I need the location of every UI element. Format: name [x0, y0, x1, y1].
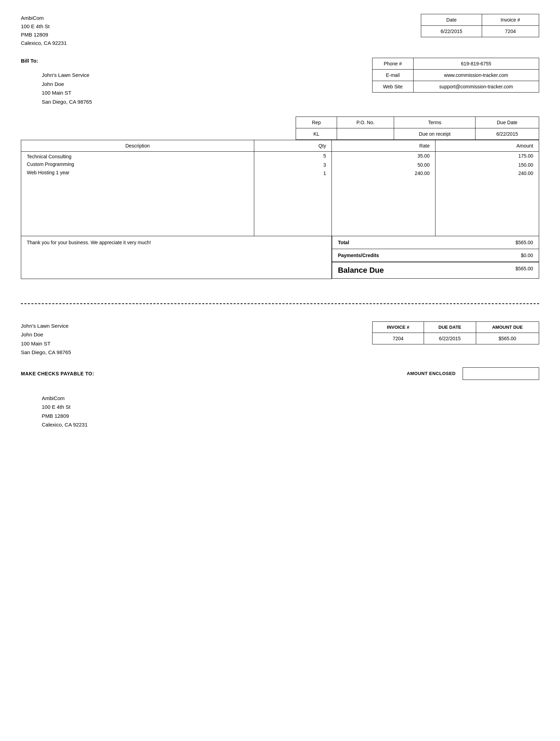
- po-header: P.O. No.: [337, 117, 394, 128]
- balance-due-row: Balance Due $565.00: [332, 262, 539, 279]
- remit-amount-due-value: $565.00: [476, 333, 539, 344]
- item-rate: 240.00: [332, 169, 435, 177]
- website-value: support@commission-tracker.com: [413, 81, 539, 93]
- item-desc: Web Hosting 1 year: [21, 169, 254, 177]
- balance-due-value: $565.00: [470, 262, 539, 279]
- phone-label: Phone #: [373, 58, 414, 70]
- remit-amount-due-header: AMOUNT DUE: [476, 321, 539, 333]
- remittance-row: John's Lawn Service John Doe 100 Main ST…: [21, 321, 539, 357]
- phone-value: 619-819-6755: [413, 58, 539, 70]
- item-rate: 50.00: [332, 161, 435, 169]
- bottom-row: Thank you for your business. We apprecia…: [21, 236, 539, 279]
- company-address3: Calexico, CA 92231: [21, 39, 67, 47]
- item-desc: Custom Programming: [21, 161, 254, 169]
- bill-to-label: Bill To:: [21, 58, 372, 64]
- remit-invoice-value: 7204: [373, 333, 424, 344]
- bill-to-address1: 100 Main ST: [42, 88, 372, 97]
- balance-due-label: Balance Due: [332, 262, 470, 279]
- invoice-page: AmbiCom 100 E 4th St PMB 12809 Calexico,…: [0, 0, 560, 741]
- remit-address1: 100 Main ST: [21, 339, 71, 348]
- rep-header: Rep: [296, 117, 337, 128]
- line-items-table: Description Qty Rate Amount Technical Co…: [21, 140, 539, 279]
- payable-to-name: AmbiCom: [42, 394, 539, 403]
- item-amount: 240.00: [435, 169, 539, 177]
- dashed-separator: [21, 303, 539, 304]
- spacer-row3: [21, 197, 539, 207]
- item-rate: 35.00: [332, 152, 435, 161]
- payable-to-address1: 100 E 4th St: [42, 403, 539, 412]
- remit-company: John's Lawn Service: [21, 321, 71, 330]
- payments-value: $0.00: [470, 249, 539, 262]
- contact-table: Phone # 619-819-6755 E-mail www.commissi…: [372, 58, 539, 93]
- remit-name: John Doe: [21, 330, 71, 339]
- make-checks-label: MAKE CHECKS PAYABLE TO:: [21, 371, 94, 376]
- total-label: Total: [332, 236, 470, 249]
- amount-header: Amount: [435, 140, 539, 152]
- totals-subtable: Total $565.00 Payments/Credits $0.00 Bal…: [332, 236, 539, 279]
- bill-to-section: Bill To: John's Lawn Service John Doe 10…: [21, 58, 539, 106]
- amount-enclosed-box[interactable]: [463, 367, 539, 380]
- line-item-row: Custom Programming350.00150.00: [21, 161, 539, 169]
- item-amount: 175.00: [435, 152, 539, 161]
- date-value: 6/22/2015: [421, 26, 482, 37]
- terms-header: Terms: [394, 117, 475, 128]
- remit-address2: San Diego, CA 98765: [21, 348, 71, 357]
- payments-label: Payments/Credits: [332, 249, 470, 262]
- invoice-num-value: 7204: [482, 26, 539, 37]
- rate-header: Rate: [332, 140, 435, 152]
- email-value: www.commission-tracker.com: [413, 70, 539, 81]
- payable-to-address3: Calexico, CA 92231: [42, 420, 539, 429]
- bill-to-address2: San Diego, CA 98765: [42, 97, 372, 106]
- item-amount: 150.00: [435, 161, 539, 169]
- bill-to-address: John's Lawn Service John Doe 100 Main ST…: [42, 71, 372, 106]
- company-name: AmbiCom: [21, 14, 67, 22]
- invoice-section: AmbiCom 100 E 4th St PMB 12809 Calexico,…: [21, 14, 539, 289]
- item-qty: 1: [254, 169, 332, 177]
- remit-invoice-header: INVOICE #: [373, 321, 424, 333]
- remittance-table: INVOICE # DUE DATE AMOUNT DUE 7204 6/22/…: [372, 321, 539, 344]
- website-label: Web Site: [373, 81, 414, 93]
- bill-to-left: Bill To: John's Lawn Service John Doe 10…: [21, 58, 372, 106]
- line-item-row: Technical Consulting535.00175.00: [21, 152, 539, 161]
- rep-value: KL: [296, 128, 337, 140]
- remit-address: John's Lawn Service John Doe 100 Main ST…: [21, 321, 71, 357]
- terms-value: Due on receipt: [394, 128, 475, 140]
- item-qty: 3: [254, 161, 332, 169]
- spacer-row4: [21, 207, 539, 216]
- date-invoice-table: Date Invoice # 6/22/2015 7204: [421, 14, 539, 37]
- item-qty: 5: [254, 152, 332, 161]
- due-date-header: Due Date: [475, 117, 539, 128]
- spacer-row5: [21, 216, 539, 226]
- qty-header: Qty: [254, 140, 332, 152]
- email-label: E-mail: [373, 70, 414, 81]
- amount-enclosed-area: AMOUNT ENCLOSED: [407, 367, 539, 380]
- total-value: $565.00: [470, 236, 539, 249]
- rep-terms-table: Rep P.O. No. Terms Due Date KL Due on re…: [296, 117, 539, 140]
- thank-you-cell: Thank you for your business. We apprecia…: [21, 236, 332, 279]
- company-address: AmbiCom 100 E 4th St PMB 12809 Calexico,…: [21, 14, 67, 47]
- make-checks-section: MAKE CHECKS PAYABLE TO: AMOUNT ENCLOSED: [21, 367, 539, 380]
- item-desc: Technical Consulting: [21, 152, 254, 161]
- date-header: Date: [421, 14, 482, 26]
- line-item-row: Web Hosting 1 year1240.00240.00: [21, 169, 539, 177]
- amount-enclosed-label: AMOUNT ENCLOSED: [407, 371, 456, 376]
- spacer-row: [21, 177, 539, 187]
- company-address2: PMB 12809: [21, 31, 67, 39]
- spacer-row2: [21, 187, 539, 197]
- total-row: Total $565.00: [332, 236, 539, 249]
- payments-row: Payments/Credits $0.00: [332, 249, 539, 262]
- rep-terms-section: Rep P.O. No. Terms Due Date KL Due on re…: [21, 117, 539, 140]
- header-row: AmbiCom 100 E 4th St PMB 12809 Calexico,…: [21, 14, 539, 47]
- remit-due-date-header: DUE DATE: [424, 321, 476, 333]
- company-address1: 100 E 4th St: [21, 22, 67, 31]
- invoice-num-header: Invoice #: [482, 14, 539, 26]
- payable-to-address2: PMB 12809: [42, 412, 539, 421]
- spacer-row6: [21, 226, 539, 236]
- desc-header: Description: [21, 140, 254, 152]
- bill-to-name: John Doe: [42, 80, 372, 89]
- bill-to-company: John's Lawn Service: [42, 71, 372, 80]
- po-value: [337, 128, 394, 140]
- remittance-section: John's Lawn Service John Doe 100 Main ST…: [21, 318, 539, 429]
- due-date-value: 6/22/2015: [475, 128, 539, 140]
- remit-due-date-value: 6/22/2015: [424, 333, 476, 344]
